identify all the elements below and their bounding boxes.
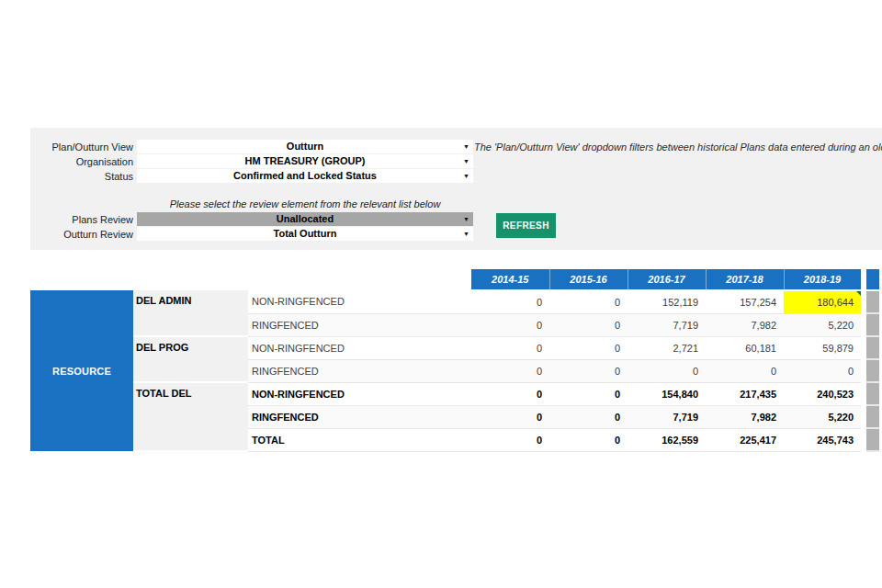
- value-cell[interactable]: 59,879: [784, 336, 861, 359]
- year-column-header: 2015-16: [549, 269, 628, 290]
- year-column-header: 2016-17: [628, 269, 706, 290]
- value-cell[interactable]: 0: [784, 359, 861, 382]
- chevron-down-icon: ▼: [463, 154, 469, 168]
- oscar-report-page: Plan/Outturn View Outturn ▼ Organisation…: [0, 0, 882, 588]
- vertical-scrollbar[interactable]: [866, 428, 879, 451]
- organisation-dropdown[interactable]: HM TREASURY (GROUP) ▼: [137, 154, 473, 168]
- category-label: NON-RINGFENCED: [248, 290, 471, 313]
- value-cell[interactable]: 60,181: [706, 336, 784, 359]
- budget-group-label: DEL PROG: [133, 336, 248, 382]
- value-cell[interactable]: 0: [628, 359, 706, 382]
- value-cell[interactable]: 0: [549, 313, 628, 336]
- plan-outturn-view-value: Outturn: [287, 141, 323, 152]
- year-column-header: 2018-19: [784, 269, 861, 290]
- value-cell[interactable]: 0: [471, 382, 549, 405]
- value-cell[interactable]: 7,982: [706, 313, 784, 336]
- table-header-blank: [133, 269, 248, 290]
- value-cell[interactable]: 0: [471, 428, 549, 451]
- table-row: DEL PROGNON-RINGFENCED002,72160,18159,87…: [30, 336, 879, 359]
- plan-outturn-help-note: The 'Plan/Outturn View' dropdown filters…: [474, 141, 882, 154]
- value-cell[interactable]: 0: [706, 359, 784, 382]
- value-cell[interactable]: 7,982: [706, 405, 784, 428]
- chevron-down-icon: ▼: [463, 169, 469, 183]
- value-cell[interactable]: 5,220: [784, 405, 861, 428]
- value-cell[interactable]: 245,743: [784, 428, 861, 451]
- status-dropdown[interactable]: Confirmed and Locked Status ▼: [137, 169, 473, 183]
- value-cell[interactable]: 225,417: [706, 428, 784, 451]
- status-value: Confirmed and Locked Status: [233, 170, 377, 181]
- value-cell[interactable]: 240,523: [784, 382, 861, 405]
- outturn-review-label: Outturn Review: [30, 227, 133, 242]
- category-label: RINGFENCED: [248, 405, 471, 428]
- value-cell[interactable]: 0: [471, 359, 549, 382]
- chevron-down-icon: ▼: [463, 140, 469, 153]
- resource-table: 2014-152015-162016-172017-182018-19 RESO…: [30, 269, 879, 452]
- value-cell[interactable]: 2,721: [628, 336, 706, 359]
- plan-outturn-view-dropdown[interactable]: Outturn ▼: [137, 140, 473, 153]
- chevron-down-icon: ▼: [463, 212, 469, 226]
- vertical-scrollbar[interactable]: [866, 290, 879, 313]
- cell-flag-icon: [856, 291, 861, 296]
- value-cell[interactable]: 0: [549, 428, 628, 451]
- table-header-blank: [248, 269, 471, 290]
- category-label: TOTAL: [248, 428, 471, 451]
- vertical-scrollbar[interactable]: [866, 405, 879, 428]
- budget-group-label: TOTAL DEL: [133, 382, 248, 451]
- vertical-scrollbar[interactable]: [866, 313, 879, 336]
- value-cell[interactable]: 0: [471, 290, 549, 313]
- value-cell[interactable]: 162,559: [628, 428, 706, 451]
- filter-panel: Plan/Outturn View Outturn ▼ Organisation…: [30, 128, 882, 250]
- year-column-header: 2017-18: [706, 269, 784, 290]
- table-row: TOTAL DELNON-RINGFENCED00154,840217,4352…: [30, 382, 879, 405]
- resource-row-group-header: RESOURCE: [30, 290, 133, 451]
- value-cell[interactable]: 217,435: [706, 382, 784, 405]
- value-cell[interactable]: 0: [549, 405, 628, 428]
- vertical-scrollbar[interactable]: [866, 382, 879, 405]
- plan-outturn-view-label: Plan/Outturn View: [30, 140, 133, 154]
- outturn-review-value: Total Outturn: [274, 228, 337, 239]
- value-cell[interactable]: 0: [549, 290, 628, 313]
- table-row: RESOURCEDEL ADMINNON-RINGFENCED00152,119…: [30, 290, 879, 313]
- year-column-header: 2014-15: [471, 269, 549, 290]
- value-cell[interactable]: 0: [549, 359, 628, 382]
- value-cell[interactable]: 5,220: [784, 313, 861, 336]
- chevron-down-icon: ▼: [463, 227, 469, 241]
- value-cell[interactable]: 0: [471, 313, 549, 336]
- table-header-blank: [30, 269, 133, 290]
- value-cell[interactable]: 0: [471, 405, 549, 428]
- value-cell[interactable]: 7,719: [628, 405, 706, 428]
- budget-group-label: DEL ADMIN: [133, 290, 248, 336]
- next-column-header-partial: [866, 269, 879, 290]
- outturn-review-dropdown[interactable]: Total Outturn ▼: [137, 227, 473, 241]
- status-label: Status: [30, 169, 133, 184]
- value-cell[interactable]: 154,840: [628, 382, 706, 405]
- refresh-button[interactable]: REFRESH: [496, 213, 556, 238]
- value-cell[interactable]: 7,719: [628, 313, 706, 336]
- value-cell[interactable]: 0: [549, 336, 628, 359]
- cell-value: 180,644: [817, 297, 854, 308]
- review-instruction: Please select the review element from th…: [137, 198, 473, 210]
- value-cell[interactable]: 0: [471, 336, 549, 359]
- category-label: RINGFENCED: [248, 359, 471, 382]
- value-cell[interactable]: 157,254: [706, 290, 784, 313]
- category-label: NON-RINGFENCED: [248, 382, 471, 405]
- plans-review-dropdown[interactable]: Unallocated ▼: [137, 212, 473, 226]
- value-cell[interactable]: 0: [549, 382, 628, 405]
- category-label: NON-RINGFENCED: [248, 336, 471, 359]
- category-label: RINGFENCED: [248, 313, 471, 336]
- organisation-value: HM TREASURY (GROUP): [245, 155, 366, 166]
- value-cell[interactable]: 152,119: [628, 290, 706, 313]
- plans-review-value: Unallocated: [277, 213, 334, 224]
- vertical-scrollbar[interactable]: [866, 336, 879, 359]
- organisation-label: Organisation: [30, 154, 133, 169]
- highlighted-value-cell[interactable]: 180,644: [784, 290, 861, 313]
- plans-review-label: Plans Review: [30, 212, 133, 227]
- vertical-scrollbar[interactable]: [866, 359, 879, 382]
